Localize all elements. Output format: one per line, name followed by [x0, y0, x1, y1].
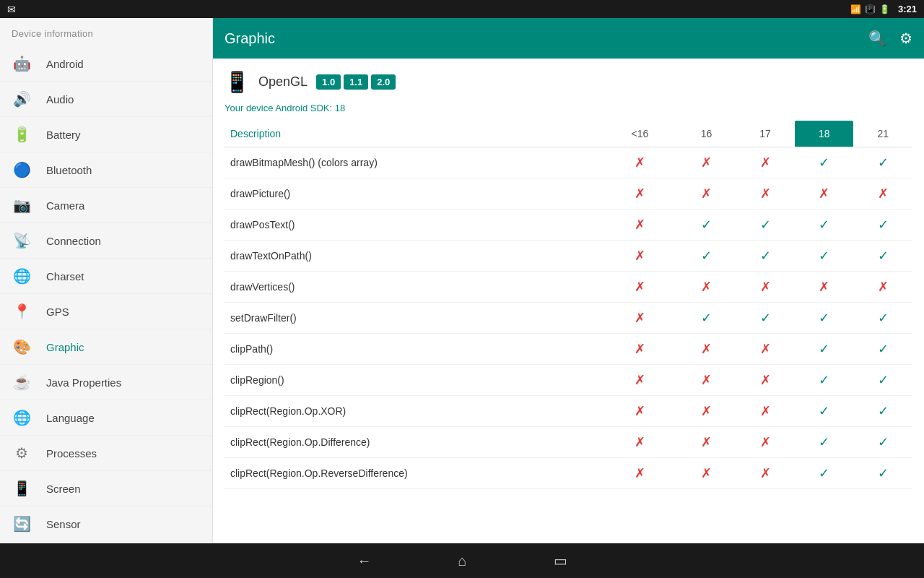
compat-cell: ✗ — [677, 272, 736, 303]
compat-cell: ✗ — [677, 458, 736, 489]
compat-cell: ✗ — [603, 147, 677, 178]
gps-icon: 📍 — [12, 303, 32, 320]
sidebar-item-screen[interactable]: 📱 Screen — [0, 471, 212, 506]
sidebar-item-sensor[interactable]: 🔄 Sensor — [0, 506, 212, 542]
version-badges: 1.01.12.0 — [316, 74, 398, 90]
compat-cell: ✓ — [853, 334, 912, 365]
compat-cell: ✓ — [853, 303, 912, 334]
desc-cell: clipRect(Region.Op.Difference) — [225, 427, 603, 458]
table-body: drawBitmapMesh() (colors array)✗✗✗✓✓draw… — [225, 147, 912, 489]
compat-cell: ✗ — [603, 303, 677, 334]
compat-cell: ✓ — [795, 334, 854, 365]
compat-cell: ✓ — [853, 458, 912, 489]
compat-cell: ✗ — [603, 272, 677, 303]
compat-cell: ✗ — [853, 178, 912, 210]
compat-table: Description <16 16 17 18 21 drawBitmapMe… — [225, 121, 912, 489]
sidebar-item-charset[interactable]: 🌐 Charset — [0, 259, 212, 294]
desc-cell: clipRect(Region.Op.XOR) — [225, 396, 603, 427]
compat-cell: ✗ — [736, 178, 795, 210]
screen-label: Screen — [46, 483, 81, 495]
recents-button[interactable]: ▭ — [554, 552, 567, 569]
version-badge-1-0: 1.0 — [316, 74, 341, 90]
wifi-icon: 📶 — [850, 4, 861, 14]
sidebar-item-android[interactable]: 🤖 Android — [0, 46, 212, 82]
compat-cell: ✓ — [677, 303, 736, 334]
compat-cell: ✓ — [736, 241, 795, 272]
bluetooth-label: Bluetooth — [46, 164, 92, 176]
table-row: drawPosText()✗✓✓✓✓ — [225, 210, 912, 241]
compat-cell: ✗ — [853, 272, 912, 303]
compat-cell: ✗ — [736, 272, 795, 303]
graphic-label: Graphic — [46, 341, 84, 353]
home-button[interactable]: ⌂ — [458, 553, 466, 569]
compat-cell: ✗ — [603, 178, 677, 210]
processes-icon: ⚙ — [12, 444, 32, 462]
content-area: Graphic 🔍 ⚙ 📱 OpenGL 1.01.12.0 Your devi… — [213, 18, 924, 543]
sidebar-item-bluetooth[interactable]: 🔵 Bluetooth — [0, 152, 212, 188]
sidebar-item-battery[interactable]: 🔋 Battery — [0, 117, 212, 152]
desc-cell: clipPath() — [225, 334, 603, 365]
connection-icon: 📡 — [12, 232, 32, 249]
compat-cell: ✓ — [736, 210, 795, 241]
java-icon: ☕ — [12, 374, 32, 391]
sidebar-title: Device information — [0, 18, 212, 46]
battery-icon: 🔋 — [879, 4, 890, 14]
camera-label: Camera — [46, 199, 84, 212]
table-row: clipRect(Region.Op.XOR)✗✗✗✓✓ — [225, 396, 912, 427]
opengl-header: 📱 OpenGL 1.01.12.0 — [225, 70, 912, 94]
sidebar-item-processes[interactable]: ⚙ Processes — [0, 436, 212, 471]
table-row: clipRegion()✗✗✗✓✓ — [225, 365, 912, 396]
main-container: Device information 🤖 Android 🔊 Audio 🔋 B… — [0, 18, 924, 543]
col-v4: 18 — [795, 121, 854, 147]
search-icon[interactable]: 🔍 — [868, 30, 886, 47]
settings-icon[interactable]: ⚙ — [899, 30, 912, 47]
col-desc: Description — [225, 121, 603, 147]
compat-cell: ✓ — [736, 303, 795, 334]
sidebar-item-language[interactable]: 🌐 Language — [0, 400, 212, 436]
bottom-nav: ← ⌂ ▭ — [0, 543, 924, 578]
compat-cell: ✗ — [795, 178, 854, 210]
compat-cell: ✗ — [736, 458, 795, 489]
table-header-row: Description <16 16 17 18 21 — [225, 121, 912, 147]
col-v1: <16 — [603, 121, 677, 147]
compat-cell: ✗ — [677, 396, 736, 427]
compat-cell: ✗ — [603, 241, 677, 272]
bluetooth-icon: 🔵 — [12, 161, 32, 178]
charset-icon: 🌐 — [12, 267, 32, 285]
desc-cell: clipRegion() — [225, 365, 603, 396]
desc-cell: drawVertices() — [225, 272, 603, 303]
compat-cell: ✗ — [677, 178, 736, 210]
compat-cell: ✓ — [795, 147, 854, 178]
compat-cell: ✗ — [736, 396, 795, 427]
desc-cell: drawBitmapMesh() (colors array) — [225, 147, 603, 178]
app-icon: ✉ — [7, 4, 16, 15]
desc-cell: drawPicture() — [225, 178, 603, 210]
compat-cell: ✓ — [853, 210, 912, 241]
sidebar-item-connection[interactable]: 📡 Connection — [0, 223, 212, 259]
sidebar-item-gps[interactable]: 📍 GPS — [0, 294, 212, 329]
table-row: drawTextOnPath()✗✓✓✓✓ — [225, 241, 912, 272]
compat-cell: ✓ — [795, 210, 854, 241]
compat-cell: ✓ — [853, 396, 912, 427]
sidebar-item-java[interactable]: ☕ Java Properties — [0, 365, 212, 400]
back-button[interactable]: ← — [357, 553, 371, 569]
compat-cell: ✗ — [603, 458, 677, 489]
android-icon: 🤖 — [12, 55, 32, 72]
table-row: drawVertices()✗✗✗✗✗ — [225, 272, 912, 303]
time-display: 3:21 — [898, 4, 917, 14]
compat-cell: ✓ — [795, 427, 854, 458]
compat-cell: ✗ — [736, 365, 795, 396]
graphic-icon: 🎨 — [12, 338, 32, 355]
sidebar-item-camera[interactable]: 📷 Camera — [0, 188, 212, 223]
compat-cell: ✗ — [677, 365, 736, 396]
sidebar-item-audio[interactable]: 🔊 Audio — [0, 82, 212, 117]
connection-label: Connection — [46, 235, 101, 247]
compat-cell: ✗ — [603, 365, 677, 396]
table-row: clipPath()✗✗✗✓✓ — [225, 334, 912, 365]
sidebar-item-graphic[interactable]: 🎨 Graphic — [0, 329, 212, 365]
compat-cell: ✓ — [795, 241, 854, 272]
screen-icon: 📱 — [12, 480, 32, 497]
desc-cell: clipRect(Region.Op.ReverseDifference) — [225, 458, 603, 489]
opengl-icon: 📱 — [225, 70, 250, 94]
opengl-label: OpenGL — [258, 74, 308, 90]
